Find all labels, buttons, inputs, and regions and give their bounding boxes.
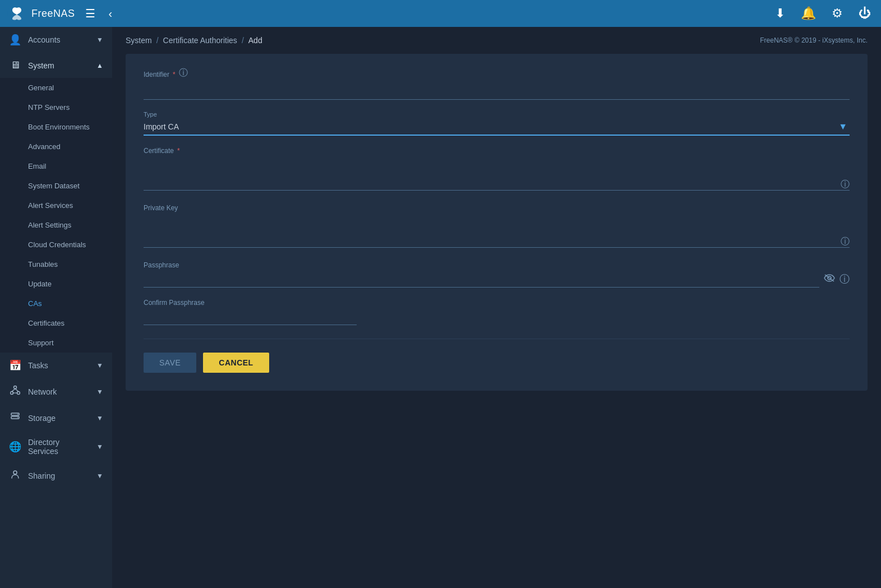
sidebar-item-tasks-label: Tasks — [28, 361, 90, 370]
confirm-passphrase-label: Confirm Passphrase — [144, 299, 850, 307]
certificate-row: Certificate * ⓘ — [144, 147, 850, 193]
storage-icon — [9, 411, 21, 424]
breadcrumb-sep-1: / — [156, 36, 159, 45]
private-key-label: Private Key — [144, 204, 850, 212]
sidebar-item-accounts[interactable]: 👤 Accounts ▼ — [0, 27, 112, 53]
certificate-label: Certificate * — [144, 147, 850, 155]
passphrase-help-icon[interactable]: ⓘ — [840, 272, 850, 286]
directory-services-icon: 🌐 — [9, 441, 21, 453]
sidebar-item-tunables[interactable]: Tunables — [0, 254, 112, 274]
sidebar-item-boot-environments[interactable]: Boot Environments — [0, 117, 112, 137]
accounts-icon: 👤 — [9, 34, 21, 46]
eye-icon[interactable] — [824, 273, 835, 285]
passphrase-row: Passphrase ⓘ — [144, 261, 850, 288]
sidebar-item-storage-label: Storage — [28, 414, 90, 423]
breadcrumb-cert-authorities[interactable]: Certificate Authorities — [163, 36, 237, 45]
sidebar-item-accounts-label: Accounts — [28, 35, 90, 44]
sidebar-item-update[interactable]: Update — [0, 274, 112, 294]
sidebar-item-system-label: System — [28, 61, 90, 70]
tasks-icon: 📅 — [9, 359, 21, 372]
sidebar-item-system[interactable]: 🖥 System ▲ — [0, 53, 112, 78]
sidebar-item-sharing-label: Sharing — [28, 471, 90, 480]
sharing-arrow: ▼ — [96, 472, 103, 480]
svg-point-11 — [13, 471, 17, 474]
save-button[interactable]: SAVE — [144, 353, 196, 373]
confirm-passphrase-input[interactable] — [144, 309, 357, 325]
passphrase-label: Passphrase — [144, 261, 850, 269]
menu-icon[interactable]: ☰ — [82, 4, 99, 22]
sidebar: 👤 Accounts ▼ 🖥 System ▲ General NTP Serv… — [0, 27, 112, 588]
svg-point-3 — [17, 392, 20, 395]
sidebar-item-email[interactable]: Email — [0, 156, 112, 176]
identifier-label: Identifier * ⓘ — [144, 67, 850, 81]
breadcrumb-add: Add — [248, 36, 262, 45]
svg-point-2 — [11, 392, 13, 395]
private-key-help-icon[interactable]: ⓘ — [841, 236, 850, 248]
sidebar-item-storage[interactable]: Storage ▼ — [0, 405, 112, 431]
tasks-arrow: ▼ — [96, 362, 103, 369]
sidebar-item-alert-services[interactable]: Alert Services — [0, 196, 112, 215]
type-select[interactable]: Internal CA Intermediate CA Import CA — [144, 119, 850, 135]
storage-arrow: ▼ — [96, 414, 103, 422]
identifier-help-icon[interactable]: ⓘ — [179, 67, 188, 79]
breadcrumb-sep-2: / — [242, 36, 244, 45]
sidebar-item-directory-services[interactable]: 🌐 Directory Services ▼ — [0, 431, 112, 462]
sidebar-item-certificates[interactable]: Certificates — [0, 313, 112, 333]
gear-icon[interactable]: ⚙ — [828, 4, 846, 23]
sidebar-item-directory-services-label: Directory Services — [28, 438, 90, 456]
breadcrumb-nav: System / Certificate Authorities / Add — [126, 36, 262, 45]
bell-icon[interactable]: 🔔 — [797, 4, 819, 23]
sidebar-item-network[interactable]: Network ▼ — [0, 378, 112, 405]
certificate-textarea[interactable] — [144, 157, 850, 191]
topbar-right: ⬇ 🔔 ⚙ ⏻ — [772, 4, 874, 23]
directory-services-arrow: ▼ — [96, 443, 103, 451]
form-card: Identifier * ⓘ Type Internal CA Intermed… — [126, 54, 868, 391]
sidebar-item-sharing[interactable]: Sharing ▼ — [0, 462, 112, 489]
system-arrow: ▲ — [96, 62, 103, 70]
certificate-textarea-wrapper: ⓘ — [144, 157, 850, 193]
passphrase-input[interactable] — [144, 271, 819, 288]
private-key-textarea[interactable] — [144, 214, 850, 248]
passphrase-input-row: ⓘ — [144, 271, 850, 288]
svg-line-5 — [15, 389, 19, 392]
private-key-row: Private Key ⓘ — [144, 204, 850, 250]
confirm-passphrase-row: Confirm Passphrase — [144, 299, 850, 325]
svg-point-9 — [17, 414, 19, 415]
private-key-textarea-wrapper: ⓘ — [144, 214, 850, 250]
sidebar-item-advanced[interactable]: Advanced — [0, 137, 112, 156]
svg-line-4 — [12, 389, 15, 392]
back-icon[interactable]: ‹ — [105, 5, 116, 22]
copyright-text: FreeNAS® © 2019 - iXsystems, Inc. — [760, 36, 868, 44]
identifier-required: * — [173, 71, 176, 78]
content-area: System / Certificate Authorities / Add F… — [112, 27, 881, 588]
identifier-row: Identifier * ⓘ — [144, 67, 850, 100]
power-icon[interactable]: ⏻ — [855, 4, 874, 23]
breadcrumb-system[interactable]: System — [126, 36, 152, 45]
breadcrumb-bar: System / Certificate Authorities / Add F… — [112, 27, 881, 54]
cancel-button[interactable]: CANCEL — [203, 353, 269, 373]
type-label: Type — [144, 111, 850, 118]
sidebar-item-support[interactable]: Support — [0, 333, 112, 353]
svg-point-1 — [14, 386, 17, 389]
download-icon[interactable]: ⬇ — [772, 4, 788, 23]
sidebar-item-tasks[interactable]: 📅 Tasks ▼ — [0, 353, 112, 378]
main-layout: 👤 Accounts ▼ 🖥 System ▲ General NTP Serv… — [0, 27, 881, 588]
sidebar-item-general[interactable]: General — [0, 78, 112, 98]
type-row: Type Internal CA Intermediate CA Import … — [144, 111, 850, 136]
system-sub-items: General NTP Servers Boot Environments Ad… — [0, 78, 112, 353]
certificate-required: * — [177, 147, 180, 155]
topbar: FreeNAS ☰ ‹ ⬇ 🔔 ⚙ ⏻ — [0, 0, 881, 27]
identifier-input[interactable] — [144, 84, 850, 100]
network-arrow: ▼ — [96, 388, 103, 396]
sidebar-item-alert-settings[interactable]: Alert Settings — [0, 215, 112, 235]
logo-area: FreeNAS — [7, 3, 75, 24]
network-icon — [9, 385, 21, 398]
certificate-help-icon[interactable]: ⓘ — [841, 179, 850, 191]
sidebar-item-cloud-credentials[interactable]: Cloud Credentials — [0, 235, 112, 254]
freenas-logo — [7, 3, 27, 24]
form-divider — [144, 339, 850, 339]
sidebar-item-system-dataset[interactable]: System Dataset — [0, 176, 112, 196]
sidebar-item-cas[interactable]: CAs — [0, 294, 112, 313]
sidebar-item-ntp-servers[interactable]: NTP Servers — [0, 98, 112, 117]
type-select-wrapper: Internal CA Intermediate CA Import CA ▼ — [144, 119, 850, 136]
